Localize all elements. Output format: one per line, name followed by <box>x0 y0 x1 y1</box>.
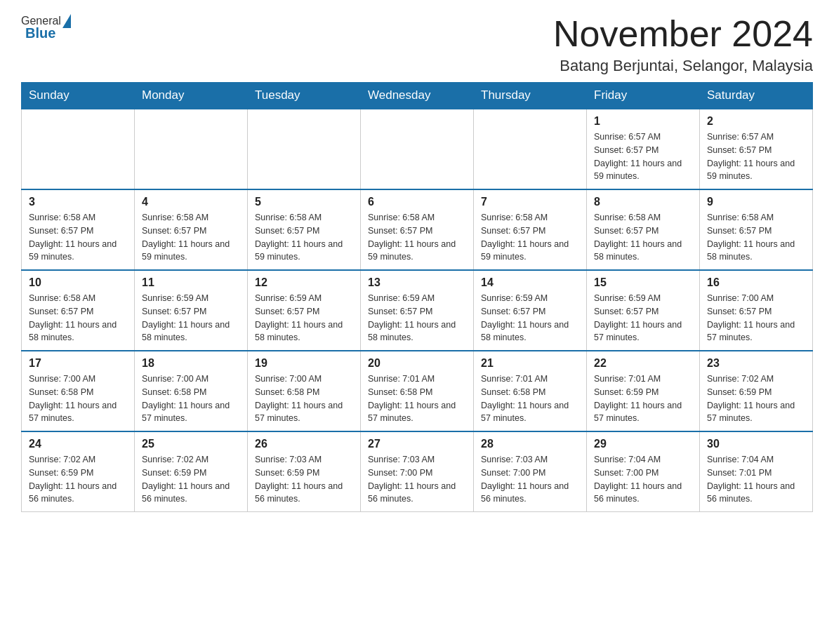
day-info: Sunrise: 7:01 AMSunset: 6:59 PMDaylight:… <box>594 373 692 425</box>
day-number: 2 <box>707 115 805 128</box>
logo-blue-text: Blue <box>21 25 55 41</box>
calendar-cell: 15Sunrise: 6:59 AMSunset: 6:57 PMDayligh… <box>587 270 700 351</box>
weekday-header-sunday: Sunday <box>22 83 135 109</box>
calendar-cell: 2Sunrise: 6:57 AMSunset: 6:57 PMDaylight… <box>700 109 813 189</box>
calendar-cell: 23Sunrise: 7:02 AMSunset: 6:59 PMDayligh… <box>700 351 813 431</box>
calendar-cell: 27Sunrise: 7:03 AMSunset: 7:00 PMDayligh… <box>361 431 474 512</box>
day-number: 22 <box>594 357 692 370</box>
day-info: Sunrise: 6:59 AMSunset: 6:57 PMDaylight:… <box>368 292 466 344</box>
day-number: 14 <box>481 276 579 289</box>
calendar-week-3: 10Sunrise: 6:58 AMSunset: 6:57 PMDayligh… <box>22 270 813 351</box>
day-number: 15 <box>594 276 692 289</box>
day-info: Sunrise: 7:04 AMSunset: 7:00 PMDaylight:… <box>594 453 692 506</box>
calendar-cell: 20Sunrise: 7:01 AMSunset: 6:58 PMDayligh… <box>361 351 474 431</box>
calendar-cell: 22Sunrise: 7:01 AMSunset: 6:59 PMDayligh… <box>587 351 700 431</box>
calendar-cell <box>474 109 587 189</box>
logo-triangle-icon <box>62 14 71 28</box>
calendar-cell: 16Sunrise: 7:00 AMSunset: 6:57 PMDayligh… <box>700 270 813 351</box>
day-number: 1 <box>594 115 692 128</box>
day-number: 3 <box>29 196 127 208</box>
day-info: Sunrise: 6:58 AMSunset: 6:57 PMDaylight:… <box>594 211 692 264</box>
calendar-cell: 19Sunrise: 7:00 AMSunset: 6:58 PMDayligh… <box>248 351 361 431</box>
day-info: Sunrise: 6:58 AMSunset: 6:57 PMDaylight:… <box>29 211 127 264</box>
weekday-header-friday: Friday <box>587 83 700 109</box>
calendar-cell: 4Sunrise: 6:58 AMSunset: 6:57 PMDaylight… <box>135 189 248 270</box>
calendar-cell: 7Sunrise: 6:58 AMSunset: 6:57 PMDaylight… <box>474 189 587 270</box>
day-number: 19 <box>255 357 353 370</box>
calendar-cell <box>22 109 135 189</box>
day-number: 23 <box>707 357 805 370</box>
calendar-cell: 26Sunrise: 7:03 AMSunset: 6:59 PMDayligh… <box>248 431 361 512</box>
day-info: Sunrise: 6:58 AMSunset: 6:57 PMDaylight:… <box>481 211 579 264</box>
day-number: 12 <box>255 276 353 289</box>
day-info: Sunrise: 7:03 AMSunset: 7:00 PMDaylight:… <box>481 453 579 506</box>
calendar-cell: 5Sunrise: 6:58 AMSunset: 6:57 PMDaylight… <box>248 189 361 270</box>
calendar-week-4: 17Sunrise: 7:00 AMSunset: 6:58 PMDayligh… <box>22 351 813 431</box>
day-info: Sunrise: 6:58 AMSunset: 6:57 PMDaylight:… <box>707 211 805 264</box>
weekday-header-row: SundayMondayTuesdayWednesdayThursdayFrid… <box>22 83 813 109</box>
calendar-cell: 9Sunrise: 6:58 AMSunset: 6:57 PMDaylight… <box>700 189 813 270</box>
day-info: Sunrise: 6:57 AMSunset: 6:57 PMDaylight:… <box>594 130 692 183</box>
day-info: Sunrise: 7:02 AMSunset: 6:59 PMDaylight:… <box>707 373 805 425</box>
calendar-cell: 11Sunrise: 6:59 AMSunset: 6:57 PMDayligh… <box>135 270 248 351</box>
calendar-cell: 6Sunrise: 6:58 AMSunset: 6:57 PMDaylight… <box>361 189 474 270</box>
calendar-cell: 21Sunrise: 7:01 AMSunset: 6:58 PMDayligh… <box>474 351 587 431</box>
day-info: Sunrise: 6:57 AMSunset: 6:57 PMDaylight:… <box>707 130 805 183</box>
calendar-cell: 24Sunrise: 7:02 AMSunset: 6:59 PMDayligh… <box>22 431 135 512</box>
day-info: Sunrise: 7:00 AMSunset: 6:57 PMDaylight:… <box>707 292 805 344</box>
day-info: Sunrise: 6:58 AMSunset: 6:57 PMDaylight:… <box>255 211 353 264</box>
calendar-cell: 10Sunrise: 6:58 AMSunset: 6:57 PMDayligh… <box>22 270 135 351</box>
calendar-cell: 30Sunrise: 7:04 AMSunset: 7:01 PMDayligh… <box>700 431 813 512</box>
calendar-cell: 17Sunrise: 7:00 AMSunset: 6:58 PMDayligh… <box>22 351 135 431</box>
weekday-header-wednesday: Wednesday <box>361 83 474 109</box>
day-info: Sunrise: 6:58 AMSunset: 6:57 PMDaylight:… <box>29 292 127 344</box>
day-number: 11 <box>142 276 240 289</box>
logo: General Blue <box>21 14 72 41</box>
day-info: Sunrise: 6:59 AMSunset: 6:57 PMDaylight:… <box>142 292 240 344</box>
day-info: Sunrise: 7:00 AMSunset: 6:58 PMDaylight:… <box>142 373 240 425</box>
calendar-cell <box>361 109 474 189</box>
day-number: 6 <box>368 196 466 208</box>
calendar-cell: 1Sunrise: 6:57 AMSunset: 6:57 PMDaylight… <box>587 109 700 189</box>
day-number: 26 <box>255 438 353 450</box>
weekday-header-saturday: Saturday <box>700 83 813 109</box>
day-number: 30 <box>707 438 805 450</box>
day-number: 27 <box>368 438 466 450</box>
day-number: 4 <box>142 196 240 208</box>
day-number: 13 <box>368 276 466 289</box>
calendar-cell: 29Sunrise: 7:04 AMSunset: 7:00 PMDayligh… <box>587 431 700 512</box>
day-info: Sunrise: 6:58 AMSunset: 6:57 PMDaylight:… <box>142 211 240 264</box>
calendar-cell: 14Sunrise: 6:59 AMSunset: 6:57 PMDayligh… <box>474 270 587 351</box>
calendar-week-5: 24Sunrise: 7:02 AMSunset: 6:59 PMDayligh… <box>22 431 813 512</box>
day-info: Sunrise: 6:59 AMSunset: 6:57 PMDaylight:… <box>481 292 579 344</box>
day-number: 5 <box>255 196 353 208</box>
weekday-header-monday: Monday <box>135 83 248 109</box>
calendar-cell: 28Sunrise: 7:03 AMSunset: 7:00 PMDayligh… <box>474 431 587 512</box>
calendar-week-1: 1Sunrise: 6:57 AMSunset: 6:57 PMDaylight… <box>22 109 813 189</box>
calendar-cell: 13Sunrise: 6:59 AMSunset: 6:57 PMDayligh… <box>361 270 474 351</box>
day-number: 24 <box>29 438 127 450</box>
day-info: Sunrise: 6:59 AMSunset: 6:57 PMDaylight:… <box>594 292 692 344</box>
calendar-cell: 3Sunrise: 6:58 AMSunset: 6:57 PMDaylight… <box>22 189 135 270</box>
day-info: Sunrise: 7:03 AMSunset: 6:59 PMDaylight:… <box>255 453 353 506</box>
day-number: 29 <box>594 438 692 450</box>
day-info: Sunrise: 6:59 AMSunset: 6:57 PMDaylight:… <box>255 292 353 344</box>
day-number: 28 <box>481 438 579 450</box>
page-header: General Blue November 2024 Batang Berjun… <box>21 14 813 75</box>
calendar-week-2: 3Sunrise: 6:58 AMSunset: 6:57 PMDaylight… <box>22 189 813 270</box>
day-number: 10 <box>29 276 127 289</box>
day-info: Sunrise: 7:00 AMSunset: 6:58 PMDaylight:… <box>255 373 353 425</box>
day-info: Sunrise: 7:01 AMSunset: 6:58 PMDaylight:… <box>481 373 579 425</box>
day-number: 7 <box>481 196 579 208</box>
calendar-cell <box>135 109 248 189</box>
day-number: 20 <box>368 357 466 370</box>
calendar-cell: 25Sunrise: 7:02 AMSunset: 6:59 PMDayligh… <box>135 431 248 512</box>
day-info: Sunrise: 7:02 AMSunset: 6:59 PMDaylight:… <box>142 453 240 506</box>
day-number: 9 <box>707 196 805 208</box>
day-number: 18 <box>142 357 240 370</box>
day-info: Sunrise: 6:58 AMSunset: 6:57 PMDaylight:… <box>368 211 466 264</box>
day-info: Sunrise: 7:00 AMSunset: 6:58 PMDaylight:… <box>29 373 127 425</box>
calendar-cell: 18Sunrise: 7:00 AMSunset: 6:58 PMDayligh… <box>135 351 248 431</box>
day-info: Sunrise: 7:03 AMSunset: 7:00 PMDaylight:… <box>368 453 466 506</box>
title-block: November 2024 Batang Berjuntai, Selangor… <box>553 14 813 75</box>
